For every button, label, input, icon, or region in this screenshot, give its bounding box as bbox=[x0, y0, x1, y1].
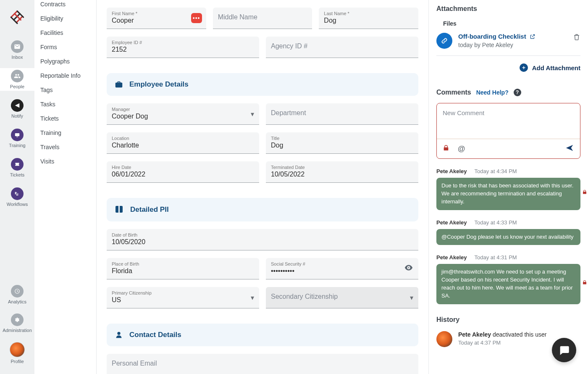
subnav-tickets[interactable]: Tickets bbox=[34, 111, 96, 126]
comment-author: Pete Akeley bbox=[436, 254, 467, 261]
rail-label: Workflows bbox=[7, 202, 28, 207]
book-icon bbox=[114, 205, 124, 215]
analytics-icon bbox=[11, 285, 24, 298]
send-icon[interactable] bbox=[565, 143, 574, 154]
comment-entry: Pete Akeley Today at 4:33 PM @Cooper Dog… bbox=[436, 219, 580, 245]
mention-icon[interactable]: @ bbox=[458, 145, 465, 153]
comment-author: Pete Akeley bbox=[436, 219, 467, 226]
field-value: 10/05/2022 bbox=[271, 171, 413, 179]
add-attachment-button[interactable]: Add Attachment bbox=[436, 63, 580, 72]
subnav-eligibility[interactable]: Eligibility bbox=[34, 11, 96, 26]
field-label: Last Name * bbox=[324, 11, 413, 16]
field-placeholder: Agency ID # bbox=[271, 42, 413, 50]
ssn-field[interactable]: Social Security # •••••••••• bbox=[266, 258, 418, 279]
last-name-field[interactable]: Last Name * Dog bbox=[319, 8, 418, 29]
comment-input[interactable]: New Comment bbox=[437, 103, 580, 139]
rail-workflows[interactable]: Workflows bbox=[0, 186, 34, 208]
svg-point-3 bbox=[15, 193, 16, 194]
dob-field[interactable]: Date of Birth 10/05/2020 bbox=[107, 229, 418, 250]
rail-inbox[interactable]: Inbox bbox=[0, 39, 34, 61]
rail-tickets[interactable]: Tickets bbox=[0, 156, 34, 179]
attachments-heading: Attachments bbox=[436, 5, 580, 13]
subnav-polygraphs[interactable]: Polygraphs bbox=[34, 54, 96, 68]
first-name-field[interactable]: First Name * Cooper ••• bbox=[107, 8, 206, 29]
field-label: First Name * bbox=[112, 11, 201, 16]
subnav-facilities[interactable]: Facilities bbox=[34, 26, 96, 40]
help-icon[interactable]: ? bbox=[514, 89, 521, 96]
eye-icon[interactable] bbox=[404, 263, 413, 274]
rail-label: Inbox bbox=[12, 55, 23, 60]
comments-heading: Comments bbox=[436, 89, 471, 96]
secondary-citizenship-field[interactable]: Secondary Citizenship ▾ bbox=[266, 287, 418, 308]
field-value: Cooper Dog bbox=[112, 113, 254, 121]
avatar bbox=[436, 331, 452, 347]
subnav-visits[interactable]: Visits bbox=[34, 154, 96, 169]
department-field[interactable]: Department bbox=[266, 103, 418, 125]
chat-icon bbox=[558, 344, 570, 356]
gear-icon bbox=[11, 313, 24, 326]
rail-training[interactable]: Training bbox=[0, 127, 34, 150]
section-title: Employee Details bbox=[129, 80, 189, 89]
employee-id-field[interactable]: Employee ID # 2152 bbox=[107, 37, 259, 58]
comment-time: Today at 4:33 PM bbox=[475, 219, 517, 226]
subnav-contracts[interactable]: Contracts bbox=[34, 1, 96, 11]
training-icon bbox=[11, 129, 24, 141]
app-logo bbox=[8, 8, 26, 26]
rail-notify[interactable]: Notify bbox=[0, 97, 34, 120]
rail-label: Tickets bbox=[10, 172, 24, 177]
field-value: US bbox=[112, 296, 254, 305]
field-label: Date of Birth bbox=[112, 232, 413, 237]
subnav-travels[interactable]: Travels bbox=[34, 140, 96, 154]
rail-label: Analytics bbox=[8, 299, 26, 304]
field-value: 06/01/2022 bbox=[112, 171, 254, 179]
field-label: Primary Citizenship bbox=[112, 290, 254, 295]
section-title: Detailed PII bbox=[130, 205, 169, 214]
section-employee-details: Employee Details bbox=[107, 73, 418, 96]
need-help-link[interactable]: Need Help? bbox=[476, 89, 509, 96]
tickets-icon bbox=[11, 158, 24, 171]
subnav-tags[interactable]: Tags bbox=[34, 83, 96, 97]
field-label: Manager bbox=[112, 107, 254, 112]
nickname-chip-icon[interactable]: ••• bbox=[191, 13, 202, 23]
terminated-date-field[interactable]: Terminated Date 10/05/2022 bbox=[266, 161, 418, 183]
new-comment-box: New Comment @ bbox=[436, 103, 580, 159]
rail-profile[interactable]: Profile bbox=[0, 340, 34, 366]
rail-analytics[interactable]: Analytics bbox=[0, 283, 34, 306]
notify-icon bbox=[11, 99, 24, 112]
chevron-down-icon: ▾ bbox=[251, 110, 254, 118]
rail-label: Notify bbox=[11, 113, 23, 119]
plus-icon bbox=[520, 63, 528, 72]
location-field[interactable]: Location Charlotte bbox=[107, 132, 259, 154]
section-contact-details: Contact Details bbox=[107, 324, 418, 346]
attachment-row: Off-boarding Checklist today by Pete Ake… bbox=[436, 33, 580, 56]
attachment-link[interactable]: Off-boarding Checklist bbox=[458, 33, 567, 40]
field-label: Employee ID # bbox=[112, 40, 254, 45]
agency-id-field[interactable]: Agency ID # bbox=[266, 37, 418, 58]
subnav-tasks[interactable]: Tasks bbox=[34, 97, 96, 111]
middle-name-field[interactable]: Middle Name bbox=[213, 8, 312, 29]
avatar bbox=[10, 342, 25, 357]
field-value: •••••••••• bbox=[271, 267, 413, 276]
workflows-icon bbox=[11, 187, 24, 200]
chat-fab[interactable] bbox=[552, 338, 576, 362]
section-title: Contact Details bbox=[129, 331, 181, 339]
field-label: Hire Date bbox=[112, 165, 254, 170]
hire-date-field[interactable]: Hire Date 06/01/2022 bbox=[107, 161, 259, 183]
subnav-forms[interactable]: Forms bbox=[34, 40, 96, 54]
pob-field[interactable]: Place of Birth Florida bbox=[107, 258, 259, 279]
lock-icon[interactable] bbox=[443, 144, 449, 153]
primary-citizenship-field[interactable]: Primary Citizenship US ▾ bbox=[107, 287, 259, 308]
title-field[interactable]: Title Dog bbox=[266, 132, 418, 154]
trash-icon[interactable] bbox=[573, 33, 580, 43]
subnav-reportable[interactable]: Reportable Info bbox=[34, 68, 96, 83]
inbox-icon bbox=[11, 40, 24, 53]
subnav-training[interactable]: Training bbox=[34, 126, 96, 140]
rail-admin[interactable]: Administration bbox=[0, 312, 34, 334]
personal-email-field[interactable]: Personal Email bbox=[107, 354, 418, 374]
attachment-meta: today by Pete Akeley bbox=[458, 42, 567, 48]
rail-people[interactable]: People bbox=[0, 68, 34, 91]
svg-point-2 bbox=[15, 192, 16, 193]
history-actor: Pete Akeley bbox=[458, 331, 491, 338]
lock-icon bbox=[582, 279, 587, 287]
manager-field[interactable]: Manager Cooper Dog ▾ bbox=[107, 103, 259, 125]
